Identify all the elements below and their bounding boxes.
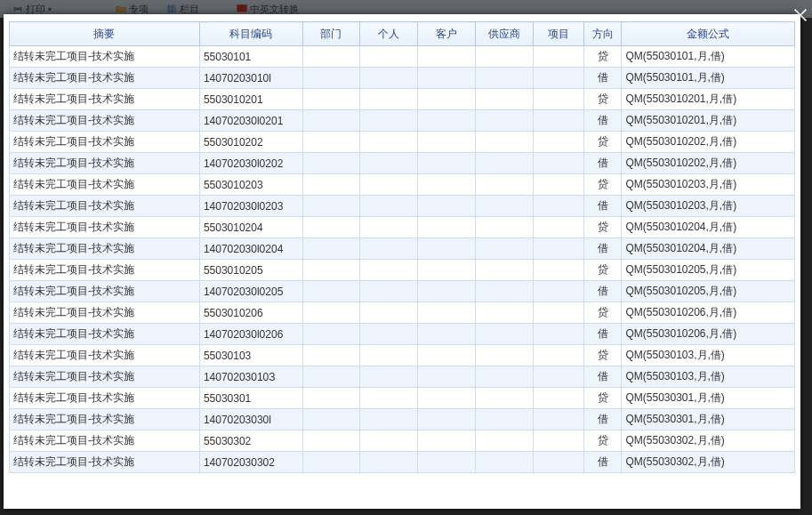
cell-person[interactable] xyxy=(360,217,418,238)
cell-customer[interactable] xyxy=(417,238,475,260)
cell-customer[interactable] xyxy=(417,409,475,431)
cell-project[interactable] xyxy=(533,174,583,196)
header-project[interactable]: 项目 xyxy=(533,22,583,46)
table-row[interactable]: 结转未完工项目-技术实施55030103贷QM(55030103,月,借) xyxy=(10,345,795,366)
cell-person[interactable] xyxy=(360,366,418,388)
cell-supplier[interactable] xyxy=(475,388,533,409)
cell-dept[interactable] xyxy=(302,409,360,431)
cell-summary[interactable]: 结转未完工项目-技术实施 xyxy=(10,281,200,302)
cell-project[interactable] xyxy=(533,68,583,89)
cell-person[interactable] xyxy=(360,409,418,431)
cell-supplier[interactable] xyxy=(475,409,533,431)
cell-supplier[interactable] xyxy=(475,281,533,302)
cell-dept[interactable] xyxy=(302,153,360,174)
cell-supplier[interactable] xyxy=(475,238,533,260)
cell-formula[interactable]: QM(5503010203,月,借) xyxy=(622,196,795,217)
cell-customer[interactable] xyxy=(417,89,475,110)
cell-supplier[interactable] xyxy=(475,46,533,68)
cell-formula[interactable]: QM(5503010205,月,借) xyxy=(622,281,795,302)
cell-code[interactable]: 55030302 xyxy=(199,431,302,452)
cell-dept[interactable] xyxy=(302,452,360,473)
cell-code[interactable]: 14070203010l xyxy=(199,68,302,89)
cell-customer[interactable] xyxy=(417,324,475,345)
cell-person[interactable] xyxy=(360,174,418,196)
cell-person[interactable] xyxy=(360,89,418,110)
cell-code[interactable]: 140702030l0206 xyxy=(199,324,302,345)
cell-project[interactable] xyxy=(533,110,583,132)
cell-dir[interactable]: 贷 xyxy=(584,217,622,238)
cell-summary[interactable]: 结转未完工项目-技术实施 xyxy=(10,238,200,260)
table-row[interactable]: 结转未完工项目-技术实施140702030l0201借QM(5503010201… xyxy=(10,110,795,132)
cell-code[interactable]: 140702030l0204 xyxy=(199,238,302,260)
cell-formula[interactable]: QM(5503010202,月,借) xyxy=(622,132,795,153)
cell-project[interactable] xyxy=(533,196,583,217)
cell-person[interactable] xyxy=(360,46,418,68)
table-row[interactable]: 结转未完工项目-技术实施5503010202贷QM(5503010202,月,借… xyxy=(10,132,795,153)
cell-person[interactable] xyxy=(360,110,418,132)
table-row[interactable]: 结转未完工项目-技术实施14070203010З借QM(55030103,月,借… xyxy=(10,366,795,388)
table-row[interactable]: 结转未完工项目-技术实施5503010204贷QM(5503010204,月,借… xyxy=(10,217,795,238)
table-row[interactable]: 结转未完工项目-技术实施5503010206贷QM(5503010206,月,借… xyxy=(10,302,795,324)
cell-supplier[interactable] xyxy=(475,217,533,238)
cell-dept[interactable] xyxy=(302,110,360,132)
cell-formula[interactable]: QM(5503010201,月,借) xyxy=(622,89,795,110)
cell-formula[interactable]: QM(55030103,月,借) xyxy=(622,345,795,366)
cell-dir[interactable]: 借 xyxy=(584,68,622,89)
cell-supplier[interactable] xyxy=(475,153,533,174)
cell-supplier[interactable] xyxy=(475,452,533,473)
cell-customer[interactable] xyxy=(417,302,475,324)
cell-dir[interactable]: 借 xyxy=(584,409,622,431)
cell-person[interactable] xyxy=(360,153,418,174)
cell-dept[interactable] xyxy=(302,302,360,324)
cell-supplier[interactable] xyxy=(475,89,533,110)
cell-person[interactable] xyxy=(360,68,418,89)
cell-summary[interactable]: 结转未完工项目-技术实施 xyxy=(10,153,200,174)
header-dir[interactable]: 方向 xyxy=(584,22,622,46)
cell-customer[interactable] xyxy=(417,281,475,302)
cell-formula[interactable]: QM(5503010206,月,借) xyxy=(622,324,795,345)
cell-summary[interactable]: 结转未完工项目-技术实施 xyxy=(10,324,200,345)
table-row[interactable]: 结转未完工项目-技术实施140702030l0204借QM(5503010204… xyxy=(10,238,795,260)
cell-person[interactable] xyxy=(360,388,418,409)
cell-customer[interactable] xyxy=(417,110,475,132)
cell-dept[interactable] xyxy=(302,260,360,281)
table-row[interactable]: 结转未完工项目-技术实施55030301贷QM(55030301,月,借) xyxy=(10,388,795,409)
cell-summary[interactable]: 结转未完工项目-技术实施 xyxy=(10,89,200,110)
header-dept[interactable]: 部门 xyxy=(302,22,360,46)
cell-customer[interactable] xyxy=(417,366,475,388)
cell-dir[interactable]: 贷 xyxy=(584,388,622,409)
table-row[interactable]: 结转未完工项目-技术实施5503010201贷QM(5503010201,月,借… xyxy=(10,89,795,110)
cell-supplier[interactable] xyxy=(475,174,533,196)
cell-formula[interactable]: QM(55030101,月,借) xyxy=(622,68,795,89)
cell-code[interactable]: 5503010204 xyxy=(199,217,302,238)
cell-code[interactable]: 55030103 xyxy=(199,345,302,366)
cell-formula[interactable]: QM(5503010204,月,借) xyxy=(622,217,795,238)
cell-summary[interactable]: 结转未完工项目-技术实施 xyxy=(10,196,200,217)
cell-summary[interactable]: 结转未完工项目-技术实施 xyxy=(10,431,200,452)
cell-dept[interactable] xyxy=(302,345,360,366)
cell-code[interactable]: 5503010205 xyxy=(199,260,302,281)
cell-code[interactable]: 14070203010З xyxy=(199,366,302,388)
cell-formula[interactable]: QM(5503010206,月,借) xyxy=(622,302,795,324)
cell-formula[interactable]: QM(55030103,月,借) xyxy=(622,366,795,388)
cell-customer[interactable] xyxy=(417,68,475,89)
cell-project[interactable] xyxy=(533,452,583,473)
cell-summary[interactable]: 结转未完工项目-技术实施 xyxy=(10,46,200,68)
cell-summary[interactable]: 结转未完工项目-技术实施 xyxy=(10,110,200,132)
header-person[interactable]: 个人 xyxy=(360,22,418,46)
cell-person[interactable] xyxy=(360,452,418,473)
cell-dir[interactable]: 借 xyxy=(584,153,622,174)
cell-supplier[interactable] xyxy=(475,260,533,281)
cell-project[interactable] xyxy=(533,409,583,431)
table-row[interactable]: 结转未完工项目-技术实施140702030l0203借QM(5503010203… xyxy=(10,196,795,217)
cell-dir[interactable]: 贷 xyxy=(584,46,622,68)
cell-dir[interactable]: 借 xyxy=(584,324,622,345)
cell-formula[interactable]: QM(5503010202,月,借) xyxy=(622,153,795,174)
table-row[interactable]: 结转未完工项目-技术实施140702030l0205借QM(5503010205… xyxy=(10,281,795,302)
cell-customer[interactable] xyxy=(417,46,475,68)
cell-summary[interactable]: 结转未完工项目-技术实施 xyxy=(10,132,200,153)
cell-customer[interactable] xyxy=(417,431,475,452)
table-row[interactable]: 结转未完工项目-技术实施140702030302借QM(55030302,月,借… xyxy=(10,452,795,473)
cell-customer[interactable] xyxy=(417,196,475,217)
cell-formula[interactable]: QM(5503010205,月,借) xyxy=(622,260,795,281)
